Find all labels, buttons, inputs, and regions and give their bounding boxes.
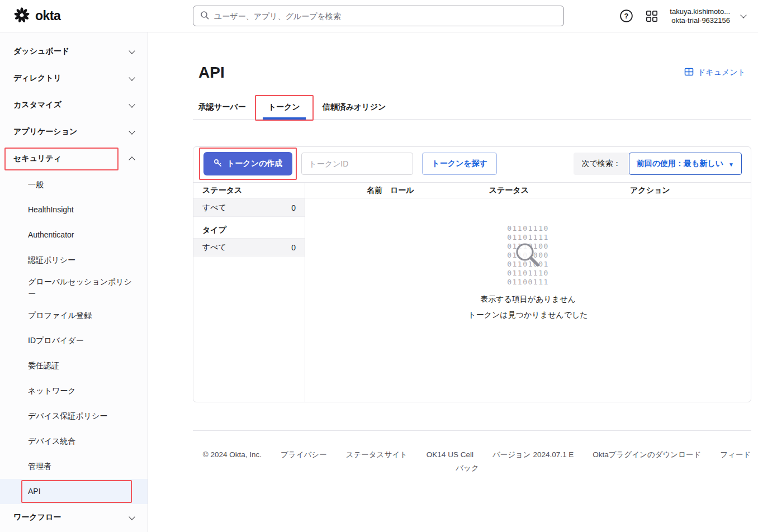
- sidebar-subitem-label: IDプロバイダー: [28, 335, 84, 346]
- chevron-down-icon[interactable]: [740, 12, 746, 18]
- footer-link-privacy[interactable]: プライバシー: [281, 450, 327, 459]
- search-by-label: 次で検索：: [574, 153, 628, 175]
- sidebar-item-dashboard[interactable]: ダッシュボード: [0, 38, 148, 65]
- user-menu[interactable]: takuya.kishimoto... okta-trial-9632156: [670, 7, 730, 25]
- sidebar-item-healthinsight[interactable]: HealthInsight: [0, 197, 148, 222]
- app-switcher-icon[interactable]: [645, 10, 658, 23]
- token-id-input[interactable]: [301, 153, 413, 175]
- sidebar-subitem-label: 管理者: [28, 460, 51, 472]
- page-title: API: [198, 64, 225, 82]
- chevron-down-icon: [129, 48, 135, 54]
- column-header-role: ロール: [390, 186, 414, 196]
- footer-version: バージョン 2024.07.1 E: [492, 450, 574, 459]
- main-area: API ドキュメント 承認サーバー トークン 信頼済みオリジン: [148, 32, 758, 532]
- sidebar-item-auth-policies[interactable]: 認証ポリシー: [0, 248, 148, 273]
- sort-control: 次で検索： 前回の使用：最も新しい ▼: [574, 153, 742, 175]
- sidebar-item-label: カスタマイズ: [13, 100, 61, 110]
- chevron-down-icon: [129, 514, 135, 520]
- empty-state-subtitle: トークンは見つかりませんでした: [305, 310, 751, 320]
- api-tabs: 承認サーバー トークン 信頼済みオリジン: [193, 94, 751, 120]
- okta-flower-icon: [13, 7, 30, 26]
- filter-count: 0: [291, 203, 296, 212]
- okta-admin-page: { "colors": { "accent": "#1662dd", "prim…: [0, 0, 758, 532]
- sidebar-subitem-label: プロファイル登録: [28, 310, 92, 321]
- sidebar-item-profile-enrollment[interactable]: プロファイル登録: [0, 303, 148, 328]
- sidebar-subitem-label: 一般: [28, 179, 44, 191]
- sidebar-item-networks[interactable]: ネットワーク: [0, 378, 148, 403]
- sidebar-item-workflow[interactable]: ワークフロー: [0, 504, 148, 531]
- help-icon[interactable]: ?: [619, 8, 634, 23]
- type-filter-header: タイプ: [193, 222, 305, 238]
- chevron-down-icon: [129, 74, 135, 80]
- documentation-link[interactable]: ドキュメント: [684, 67, 746, 78]
- sidebar-item-identity-providers[interactable]: IDプロバイダー: [0, 328, 148, 353]
- status-filter-all[interactable]: すべて 0: [193, 198, 305, 217]
- sidebar-subitem-label: 認証ポリシー: [28, 254, 75, 266]
- sidebar: ダッシュボード ディレクトリ カスタマイズ アプリケーション セキュリティ 一般…: [0, 32, 148, 532]
- tab-trusted-origins[interactable]: 信頼済みオリジン: [317, 94, 392, 119]
- sidebar-item-global-session-policy[interactable]: グローバルセッションポリシー: [0, 273, 148, 303]
- chevron-up-icon: [129, 156, 135, 163]
- sort-dropdown[interactable]: 前回の使用：最も新しい ▼: [629, 153, 742, 175]
- tokens-table: 名前 ロール ステータス アクション 01101110 01101111 011…: [305, 183, 751, 402]
- status-filter-group: ステータス すべて 0: [193, 183, 305, 217]
- sidebar-item-label: ワークフロー: [13, 512, 61, 522]
- table-header-row: 名前 ロール ステータス アクション: [305, 183, 751, 198]
- filter-count: 0: [291, 243, 296, 252]
- sidebar-item-api[interactable]: API: [0, 479, 148, 504]
- filter-label: すべて: [202, 243, 226, 253]
- filter-label: すべて: [202, 203, 226, 213]
- empty-state: 01101110 01101111 01110100 01101000 0110…: [305, 224, 751, 320]
- find-token-button[interactable]: トークンを探す: [422, 153, 497, 175]
- binary-line: 01100111: [507, 278, 549, 287]
- footer: © 2024 Okta, Inc.プライバシーステータスサイトOK14 US C…: [193, 430, 751, 475]
- user-org: okta-trial-9632156: [670, 16, 730, 25]
- tab-authorization-servers[interactable]: 承認サーバー: [193, 94, 252, 119]
- documentation-link-label: ドキュメント: [698, 68, 746, 78]
- security-submenu: 一般 HealthInsight Authenticator 認証ポリシー グロ…: [0, 172, 148, 504]
- sidebar-item-customize[interactable]: カスタマイズ: [0, 92, 148, 118]
- binary-art: 01101110 01101111 01110100 01101000 0110…: [507, 224, 549, 287]
- sidebar-subitem-label: API: [28, 486, 41, 497]
- sidebar-subitem-label: HealthInsight: [28, 204, 74, 216]
- global-search[interactable]: [193, 6, 564, 26]
- sidebar-subitem-label: デバイス統合: [28, 435, 75, 447]
- sidebar-item-directory[interactable]: ディレクトリ: [0, 65, 148, 92]
- sidebar-item-device-assurance[interactable]: デバイス保証ポリシー: [0, 403, 148, 429]
- chevron-down-icon: [129, 101, 135, 107]
- footer-link-plugin-download[interactable]: Oktaプラグインのダウンロード: [593, 450, 701, 459]
- magnifier-icon: [513, 240, 543, 273]
- sidebar-item-applications[interactable]: アプリケーション: [0, 118, 148, 145]
- column-header-actions: アクション: [630, 186, 670, 196]
- filter-panel: ステータス すべて 0 タイプ すべて 0: [193, 183, 305, 402]
- document-icon: [684, 67, 694, 78]
- type-filter-all[interactable]: すべて 0: [193, 238, 305, 256]
- tab-tokens[interactable]: トークン: [263, 94, 306, 119]
- brand-wordmark: okta: [35, 8, 60, 23]
- caret-down-icon: ▼: [728, 162, 734, 168]
- sidebar-item-device-integrations[interactable]: デバイス統合: [0, 429, 148, 454]
- okta-logo[interactable]: okta: [0, 7, 60, 26]
- header-right: ? takuya.kishimoto... okta-trial-9632156: [619, 7, 758, 25]
- sidebar-item-delegated-auth[interactable]: 委任認証: [0, 353, 148, 378]
- footer-link-status-site[interactable]: ステータスサイト: [346, 450, 408, 459]
- chevron-down-icon: [129, 128, 135, 134]
- sidebar-item-authenticator[interactable]: Authenticator: [0, 222, 148, 248]
- user-name: takuya.kishimoto...: [670, 7, 730, 16]
- column-header-name: 名前: [367, 186, 382, 196]
- footer-cell-info: OK14 US Cell: [427, 450, 473, 459]
- svg-text:?: ?: [624, 12, 629, 20]
- sidebar-item-administrators[interactable]: 管理者: [0, 454, 148, 479]
- status-filter-header: ステータス: [193, 183, 305, 198]
- tokens-panel: トークンの作成 トークンを探す 次で検索： 前回の使用：最も新しい ▼ ステータ…: [193, 146, 751, 402]
- create-token-button[interactable]: トークンの作成: [203, 152, 292, 175]
- create-token-button-label: トークンの作成: [227, 159, 282, 169]
- sidebar-subitem-label: 委任認証: [28, 360, 59, 372]
- sidebar-item-general[interactable]: 一般: [0, 172, 148, 197]
- sidebar-item-label: ダッシュボード: [13, 46, 69, 56]
- sidebar-item-security[interactable]: セキュリティ: [0, 145, 148, 172]
- sidebar-item-label: ディレクトリ: [13, 73, 61, 83]
- type-filter-group: タイプ すべて 0: [193, 222, 305, 256]
- sidebar-item-label: セキュリティ: [13, 154, 61, 164]
- search-input[interactable]: [214, 12, 557, 21]
